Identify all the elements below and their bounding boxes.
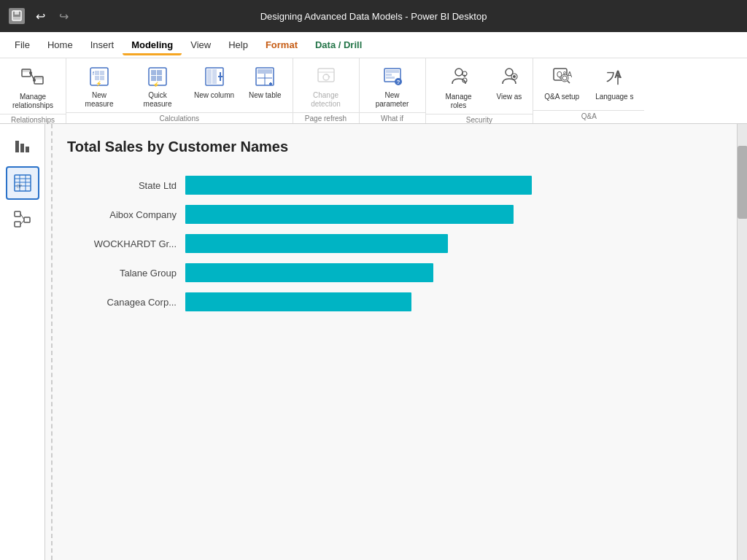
sidebar-report-view[interactable] [6, 130, 39, 163]
bar-fill [185, 292, 411, 311]
new-parameter-icon: ? [382, 66, 403, 90]
menu-modeling[interactable]: Modeling [123, 35, 182, 55]
manage-relationships-label: Manage relationships [11, 93, 55, 110]
bar-track [185, 263, 725, 282]
menu-home[interactable]: Home [39, 35, 82, 55]
sidebar: ☞ [0, 124, 45, 560]
change-detection-button[interactable]: Change detection [299, 63, 353, 112]
svg-text:⚡: ⚡ [152, 81, 160, 87]
view-as-label: View as [497, 93, 522, 101]
manage-relationships-icon [21, 66, 44, 91]
svg-rect-69 [24, 217, 30, 222]
menu-format[interactable]: Format [257, 35, 306, 55]
main-area: ☞ Total Sales by Customer Names State Lt… [0, 124, 747, 560]
svg-rect-12 [95, 71, 99, 75]
ribbon-group-qa: Q&A Q&A setup 가 A Language s [533, 58, 644, 123]
svg-rect-59 [20, 144, 24, 152]
svg-rect-18 [151, 70, 156, 75]
svg-point-8 [29, 71, 32, 74]
scrollbar-thumb[interactable] [738, 146, 747, 219]
svg-rect-60 [26, 147, 29, 152]
svg-point-44 [455, 69, 462, 76]
bar-track [185, 234, 725, 253]
svg-text:☞: ☞ [16, 182, 23, 190]
svg-rect-14 [95, 76, 99, 80]
new-column-button[interactable]: New column [189, 63, 239, 104]
ribbon-group-qa-label: Q&A [533, 110, 644, 123]
ribbon-group-what-if: ? New parameter What if [360, 58, 426, 123]
bar-fill [185, 234, 448, 253]
bar-label: Talane Group [67, 268, 177, 279]
content-area: Total Sales by Customer Names State LtdA… [45, 124, 747, 560]
qa-setup-label: Q&A setup [544, 93, 579, 101]
qa-setup-button[interactable]: Q&A Q&A setup [539, 63, 584, 105]
svg-rect-1 [15, 11, 19, 15]
bar-fill [185, 263, 433, 282]
manage-roles-button[interactable]: Manage roles [432, 63, 486, 114]
new-table-button[interactable]: New table [244, 63, 286, 104]
menu-datadrill[interactable]: Data / Drill [306, 35, 371, 55]
bar-row: Canagea Corp... [67, 292, 725, 311]
svg-rect-24 [207, 69, 212, 84]
titlebar-controls: ↩ ↪ [9, 8, 71, 24]
bar-chart: State LtdAibox CompanyWOCKHARDT Gr...Tal… [67, 176, 725, 311]
chart-title: Total Sales by Customer Names [67, 139, 725, 155]
svg-rect-41 [386, 77, 395, 79]
quick-measure-button[interactable]: ⚡ Quick measure [131, 63, 185, 112]
change-detection-label: Change detection [304, 91, 348, 109]
svg-point-47 [463, 75, 465, 77]
manage-roles-label: Manage roles [437, 93, 481, 110]
manage-relationships-button[interactable]: Manage relationships [6, 63, 60, 114]
svg-text:A: A [614, 69, 622, 80]
undo-icon[interactable]: ↩ [32, 8, 48, 24]
language-label: Language s [595, 93, 633, 101]
ribbon-group-page-refresh: Change detection Page refresh [293, 58, 360, 123]
menu-view[interactable]: View [182, 35, 220, 55]
new-parameter-label: New parameter [371, 91, 414, 109]
svg-rect-4 [22, 69, 31, 72]
new-table-icon [255, 66, 275, 90]
quick-measure-label: Quick measure [136, 91, 179, 109]
bar-row: Aibox Company [67, 205, 725, 224]
svg-rect-2 [13, 17, 20, 20]
ribbon: Manage relationships Relationships f ⚡ [0, 58, 747, 124]
bar-track [185, 292, 725, 311]
ribbon-group-security: Manage roles View as Security [426, 58, 534, 123]
view-as-icon [499, 66, 519, 91]
svg-rect-13 [100, 71, 104, 75]
svg-point-9 [33, 79, 36, 82]
svg-rect-39 [386, 70, 399, 73]
svg-text:⚡: ⚡ [96, 80, 102, 87]
svg-rect-15 [100, 76, 104, 80]
svg-rect-29 [258, 69, 272, 74]
bar-row: WOCKHARDT Gr... [67, 234, 725, 253]
sidebar-model-view[interactable] [6, 203, 39, 236]
bar-row: State Ltd [67, 176, 725, 195]
new-column-label: New column [194, 91, 234, 100]
menu-insert[interactable]: Insert [82, 35, 123, 55]
sidebar-data-view[interactable]: ☞ [6, 166, 39, 200]
save-icon[interactable] [9, 8, 25, 24]
bar-label: Aibox Company [67, 209, 177, 220]
menu-help[interactable]: Help [220, 35, 257, 55]
new-measure-label: New measure [77, 91, 121, 109]
svg-rect-25 [212, 69, 217, 84]
redo-icon[interactable]: ↪ [55, 8, 71, 24]
menu-file[interactable]: File [6, 35, 39, 55]
scrollbar[interactable] [737, 124, 747, 560]
window-title: Designing Advanced Data Models - Power B… [260, 11, 487, 22]
svg-marker-37 [328, 76, 330, 77]
ribbon-group-relationships: Manage relationships Relationships [0, 58, 66, 123]
bar-track [185, 176, 725, 195]
view-as-button[interactable]: View as [492, 63, 527, 105]
new-measure-button[interactable]: f ⚡ New measure [72, 63, 126, 112]
svg-rect-40 [386, 74, 392, 76]
svg-rect-19 [157, 70, 162, 75]
language-button[interactable]: 가 A Language s [590, 63, 638, 105]
menu-bar: File Home Insert Modeling View Help Form… [0, 32, 747, 58]
manage-roles-icon [449, 66, 469, 91]
bar-row: Talane Group [67, 263, 725, 282]
new-parameter-button[interactable]: ? New parameter [365, 63, 419, 112]
svg-rect-68 [15, 211, 20, 217]
bar-fill [185, 205, 514, 224]
